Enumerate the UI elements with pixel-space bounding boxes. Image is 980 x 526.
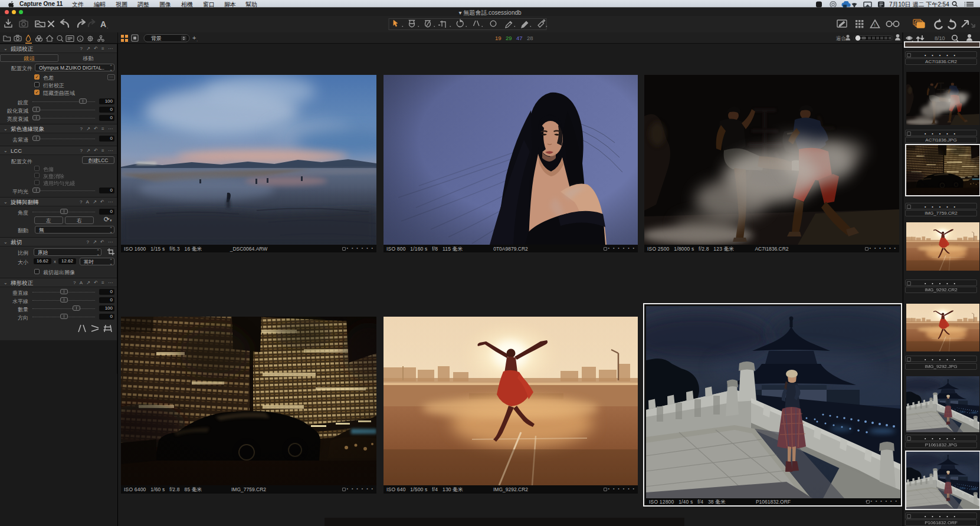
svg-text:A: A xyxy=(100,19,106,29)
svg-text:19: 19 xyxy=(495,35,502,41)
svg-text:47: 47 xyxy=(516,35,523,41)
svg-text:.: . xyxy=(107,24,109,29)
svg-text:28: 28 xyxy=(527,35,533,41)
svg-text:+: + xyxy=(192,34,196,41)
svg-text:8/10: 8/10 xyxy=(935,35,945,41)
svg-text:遍合: 遍合 xyxy=(836,35,846,41)
svg-text:!: ! xyxy=(874,22,876,28)
svg-text:背景: 背景 xyxy=(151,35,162,41)
svg-text:29: 29 xyxy=(506,35,512,41)
svg-text:.: . xyxy=(196,37,198,42)
